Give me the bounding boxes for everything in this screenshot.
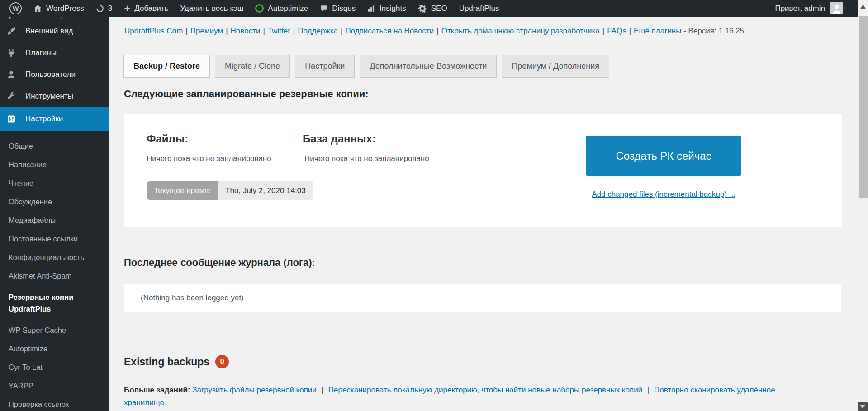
- more-tasks: Больше заданий: Загрузить файлы резервно…: [124, 384, 808, 409]
- sidebar-item-label: Внешний вид: [25, 27, 73, 36]
- disqus-menu[interactable]: Disqus: [314, 0, 361, 17]
- site-name-menu[interactable]: WordPress: [28, 0, 90, 17]
- plus-icon: [124, 4, 130, 13]
- submenu-item-updraftplus-backups[interactable]: Резервные копии UpdraftPlus: [0, 288, 109, 318]
- settings-sliders-icon: [6, 113, 17, 124]
- link-twitter[interactable]: Twitter: [268, 27, 290, 35]
- updates-menu[interactable]: 3: [90, 0, 118, 17]
- separator: |: [290, 27, 298, 35]
- add-new-menu[interactable]: Добавить: [118, 0, 174, 17]
- main-content: UpdraftPlus.Com|Премиум|Новости|Twitter|…: [109, 17, 858, 411]
- updraftplus-menu[interactable]: UpdraftPlus: [453, 0, 505, 17]
- admin-bar: WordPress 3 Добавить Удалить весь кэш Au…: [0, 0, 858, 17]
- link-premium[interactable]: Премиум: [190, 27, 223, 35]
- autoptimize-label: Autoptimize: [268, 4, 308, 13]
- plugin-header-links: UpdraftPlus.Com|Премиум|Новости|Twitter|…: [124, 27, 830, 36]
- scrollbar-down-button[interactable]: [858, 402, 868, 411]
- scheduled-backups-panel: Файлы: База данных: Ничего пока что не з…: [124, 114, 842, 227]
- sidebar-item-settings[interactable]: Настройки: [0, 107, 109, 131]
- sidebar-item-label: Плагины: [25, 48, 57, 57]
- backup-now-button[interactable]: Создать РК сейчас: [586, 136, 741, 176]
- sidebar-item-label: Комментарии: [25, 17, 74, 19]
- plug-icon: [6, 47, 17, 58]
- submenu-item-yarpp[interactable]: YARPP: [0, 377, 109, 395]
- submenu-item-broken-links[interactable]: Проверка ссылок: [0, 395, 109, 411]
- submenu-item-reading[interactable]: Чтение: [0, 174, 109, 193]
- current-time-badge: Текущее время: Thu, July 2, 2020 14:03: [147, 181, 313, 200]
- incremental-backup-link[interactable]: Add changed files (incremental backup) .…: [592, 190, 735, 198]
- sidebar-item-appearance[interactable]: Внешний вид: [0, 20, 109, 42]
- tab-premium-extensions[interactable]: Премиум / Дополнения: [502, 55, 609, 78]
- link-newsletter[interactable]: Подписаться на Новости: [345, 27, 434, 35]
- panel-divider: [485, 114, 485, 227]
- upload-backup-files-link[interactable]: Загрузить файлы резервной копии: [192, 386, 317, 394]
- submenu-item-cyr-to-lat[interactable]: Cyr To Lat: [0, 358, 109, 377]
- link-developer-home[interactable]: Открыть домашнюю страницу разработчика: [441, 27, 600, 35]
- separator: |: [260, 27, 267, 35]
- scheduled-backups-heading: Следующие запланированные резервные копи…: [124, 88, 369, 100]
- brush-icon: [6, 26, 17, 37]
- wrench-icon: [6, 91, 17, 102]
- incremental-backup-link-wrap: Add changed files (incremental backup) .…: [485, 190, 842, 199]
- submenu-item-permalinks[interactable]: Постоянные ссылки: [0, 230, 109, 248]
- tab-backup-restore[interactable]: Backup / Restore: [123, 55, 210, 78]
- sidebar-item-label: Пользователи: [25, 70, 76, 79]
- submenu-item-privacy[interactable]: Конфиденциальность: [0, 248, 109, 267]
- wp-logo-menu[interactable]: [4, 0, 28, 17]
- user-icon: [6, 69, 17, 80]
- last-log-message: (Nothing has been logged yet): [141, 293, 244, 302]
- admin-bar-right: Привет, admin: [775, 2, 858, 14]
- separator: |: [319, 386, 326, 394]
- settings-submenu: Общие Написание Чтение Обсуждение Медиаф…: [0, 131, 109, 411]
- delete-cache-label: Удалить весь кэш: [180, 4, 243, 13]
- submenu-item-discussion[interactable]: Обсуждение: [0, 193, 109, 211]
- existing-backups-count-badge: 0: [215, 355, 229, 368]
- submenu-item-general[interactable]: Общие: [0, 137, 109, 156]
- sidebar-item-label: Инструменты: [25, 92, 73, 101]
- insights-menu[interactable]: Insights: [361, 0, 412, 17]
- account-greeting[interactable]: Привет, admin: [775, 4, 825, 13]
- autoptimize-menu[interactable]: Autoptimize: [249, 0, 314, 17]
- plugin-version: - Версия: 1.16.25: [683, 27, 744, 35]
- link-support[interactable]: Поддержка: [298, 27, 338, 35]
- more-tasks-label: Больше заданий:: [124, 386, 190, 394]
- submenu-item-autoptimize[interactable]: Autoptimize: [0, 340, 109, 358]
- delete-cache-button[interactable]: Удалить весь кэш: [174, 0, 249, 17]
- link-more-plugins[interactable]: Ещё плагины: [634, 27, 681, 35]
- home-icon: [33, 4, 42, 13]
- sidebar-item-users[interactable]: Пользователи: [0, 64, 109, 85]
- admin-sidebar: Комментарии Внешний вид Плагины Пользова…: [0, 17, 109, 411]
- rescan-local-folder-link[interactable]: Пересканировать локальную директорию, чт…: [328, 386, 642, 394]
- database-schedule-status: Ничего пока что не запланировано: [304, 154, 429, 163]
- submenu-item-wp-super-cache[interactable]: WP Super Cache: [0, 321, 109, 340]
- seo-menu[interactable]: SEO: [412, 0, 453, 17]
- tab-migrate-clone[interactable]: Migrate / Clone: [215, 55, 290, 78]
- insights-label: Insights: [379, 4, 406, 13]
- separator: |: [434, 27, 441, 35]
- comments-icon: [6, 17, 17, 20]
- link-faqs[interactable]: FAQs: [607, 27, 626, 35]
- tab-bar: Backup / Restore Migrate / Clone Настрой…: [123, 55, 609, 78]
- sidebar-item-tools[interactable]: Инструменты: [0, 85, 109, 107]
- gear-icon: [418, 4, 427, 13]
- update-icon: [96, 5, 104, 13]
- sidebar-item-comments[interactable]: Комментарии: [0, 17, 109, 20]
- link-news[interactable]: Новости: [231, 27, 261, 35]
- tab-settings[interactable]: Настройки: [295, 55, 355, 78]
- existing-backups-title: Existing backups: [124, 356, 209, 368]
- submenu-item-writing[interactable]: Написание: [0, 156, 109, 174]
- add-new-label: Добавить: [134, 4, 168, 13]
- submenu-item-akismet[interactable]: Akismet Anti-Spam: [0, 267, 109, 285]
- sidebar-item-label: Настройки: [25, 114, 63, 123]
- comment-bubble-icon: [320, 5, 328, 13]
- scrollbar-up-button[interactable]: [860, 5, 866, 9]
- tab-advanced-tools[interactable]: Дополнительные Возможности: [360, 55, 497, 78]
- link-updraftplus-com[interactable]: UpdraftPlus.Com: [124, 27, 183, 35]
- sidebar-item-plugins[interactable]: Плагины: [0, 42, 109, 64]
- avatar[interactable]: [830, 2, 843, 14]
- separator: |: [183, 27, 190, 35]
- scrollbar-thumb[interactable]: [859, 16, 868, 198]
- page-scrollbar: [858, 0, 868, 411]
- section-divider: [124, 338, 841, 338]
- submenu-item-media[interactable]: Медиафайлы: [0, 211, 109, 230]
